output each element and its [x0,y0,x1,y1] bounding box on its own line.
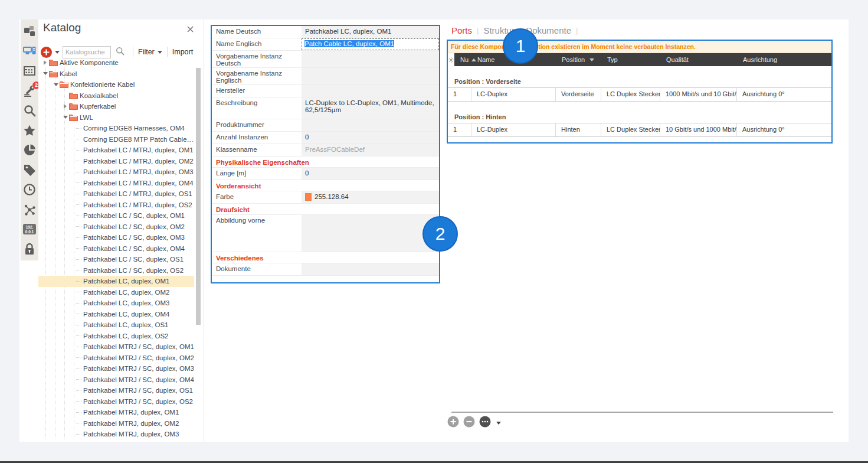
tree-item[interactable]: Patchkabel MTRJ, duplex, OM1 [38,407,194,418]
tag-icon[interactable] [23,164,36,177]
remove-port-button[interactable] [463,416,475,430]
tree-leaf-dash [76,335,81,336]
tree-item[interactable]: Patchkabel LC, duplex, OM1 [38,276,194,287]
tree-item[interactable]: Konfektionierte Kabel [38,79,194,90]
pie-chart-icon[interactable] [23,144,36,156]
tree-item[interactable]: Patchkabel LC / SC, duplex, OS1 [38,254,194,265]
tree-item[interactable]: Patchkabel MTRJ / SC, duplex, OS1 [38,385,194,396]
tree-item[interactable]: Kabel [38,69,194,80]
tree-item[interactable]: Patchkabel MTRJ / SC, duplex, OM4 [38,374,194,386]
tree-expander-icon[interactable] [42,71,48,77]
expand-section-icon[interactable] [216,283,222,283]
table-column-header[interactable]: Ausrichtung [737,56,831,63]
tree-leaf-dash [76,379,81,380]
filter-button[interactable]: Filter [138,48,162,56]
form-section-system[interactable]: System [212,276,439,283]
add-button[interactable] [40,46,53,58]
add-port-button[interactable] [447,416,459,430]
add-dropdown-caret-icon[interactable] [55,51,60,54]
tree-item-label: Patchkabel LC / MTRJ, duplex, OM1 [83,146,194,154]
tree-item[interactable]: Patchkabel LC / MTRJ, duplex, OS1 [38,188,194,200]
tree-leaf-dash [76,237,81,238]
tree-item[interactable]: Patchkabel LC / SC, duplex, OM1 [38,210,194,221]
tree-item[interactable]: Patchkabel MTRJ / SC, duplex, OM2 [38,353,194,364]
tree-item[interactable]: Patchkabel LC / MTRJ, duplex, OS2 [38,200,194,211]
tree-item[interactable]: Patchkabel LC / MTRJ, duplex, OM3 [38,167,194,178]
tree-item[interactable]: Patchkabel MTRJ / SC, duplex, OM1 [38,341,194,353]
ip-management-icon[interactable]: 192.0.0.1 [23,223,36,236]
favorites-star-icon[interactable] [23,124,36,137]
close-icon[interactable] [187,24,194,31]
tree-item[interactable]: Patchkabel LC / MTRJ, duplex, OM2 [38,156,194,167]
table-column-header[interactable]: Qualität [660,56,737,63]
form-field-value[interactable] [302,68,439,84]
form-field-value[interactable] [302,119,439,131]
network-graph-icon[interactable] [23,203,36,216]
history-clock-icon[interactable] [23,183,36,196]
form-field-value[interactable]: 255.128.64 [302,191,439,203]
tree-item[interactable]: Patchkabel LC / SC, duplex, OM4 [38,243,194,255]
tree-expander-icon[interactable] [53,81,59,87]
tree-scrollbar[interactable] [196,68,201,325]
search-input[interactable] [63,46,111,58]
tree-item[interactable]: Patchkabel MTRJ, duplex, OM2 [38,418,194,429]
table-settings-gear-icon[interactable] [448,53,454,66]
tree-item[interactable]: Patchkabel MTRJ / SC, duplex, OS2 [38,396,194,407]
form-field-value[interactable] [302,215,439,252]
column-filter-icon[interactable] [589,58,594,61]
tree-leaf-dash [76,128,81,129]
tree-item[interactable]: Patchkabel LC / SC, duplex, OM2 [38,221,194,233]
tree-item-label: Patchkabel LC, duplex, OM3 [83,299,169,307]
tree-item[interactable]: Aktive Komponente [38,57,194,69]
more-options-button[interactable] [479,416,491,430]
workstation-icon[interactable] [23,45,36,58]
tree-item[interactable]: Patchkabel LC, duplex, OM3 [38,298,194,309]
table-row[interactable]: 1LC-DuplexHintenLC Duplex Stecker10 Gbit… [448,123,831,137]
tree-item[interactable]: Koaxialkabel [38,90,194,102]
folder-icon [49,59,58,66]
form-field-value[interactable] [302,263,439,275]
tree-item[interactable]: Patchkabel LC, duplex, OM4 [38,309,194,320]
tree-item[interactable]: Patchkabel LC / SC, duplex, OM3 [38,232,194,243]
form-field-value[interactable]: LC-Duplex to LC-Duplex, OM1, Multimode, … [302,97,439,119]
tree-item[interactable]: Patchkabel LC, duplex, OM2 [38,287,194,298]
tab-ports[interactable]: Ports [451,25,472,35]
table-column-header[interactable]: Nu [454,56,471,63]
tree-item[interactable]: Patchkabel LC, duplex, OS2 [38,331,194,342]
tree-expander-icon[interactable] [62,93,68,99]
search-icon[interactable] [23,104,36,117]
floorplan-icon[interactable] [23,64,36,77]
tree-item[interactable]: Patchkabel LC / SC, duplex, OS2 [38,265,194,276]
topology-icon[interactable] [23,25,36,38]
tree-item[interactable]: Patchkabel LC, duplex, OS1 [38,319,194,331]
lock-icon[interactable] [23,243,36,256]
form-field-value[interactable]: PreAssFOCableDef [302,144,439,156]
table-column-header[interactable]: Position [556,56,601,63]
import-label: Import [172,48,193,56]
tree-expander-icon[interactable] [62,103,68,109]
table-group-header: Position : Hinten [448,113,831,120]
tree-item[interactable]: Patchkabel MTRJ / SC, duplex, OM3 [38,363,194,374]
tree-item[interactable]: Kupferkabel [38,101,194,112]
tree-expander-icon[interactable] [42,60,48,66]
search-magnifier-icon[interactable] [116,47,125,58]
form-field-value[interactable] [302,85,439,97]
import-button[interactable]: Import [172,48,193,56]
form-field-value[interactable]: 0 [302,132,439,144]
form-field-value[interactable]: 0 [302,168,439,180]
tree-item[interactable]: Patchkabel MTRJ, duplex, OM3 [38,429,194,440]
more-options-caret-icon[interactable] [496,422,501,425]
tree-item[interactable]: Corning EDGE8 Harnesses, OM4 [38,123,194,134]
tree-item-label: Patchkabel LC / SC, duplex, OM4 [83,245,185,252]
table-row[interactable]: 1LC-DuplexVorderseiteLC Duplex Stecker10… [448,87,831,102]
form-field-value[interactable] [302,51,439,67]
tree-item[interactable]: Corning EDGE8 MTP Patch Cable, OM4 [38,134,194,145]
tree-item[interactable]: Patchkabel LC / MTRJ, duplex, OM1 [38,145,194,156]
table-column-header[interactable]: Typ [601,56,660,63]
tree-expander-icon[interactable] [62,115,68,120]
form-field-value[interactable]: Patch Cable LC, duplex, OM1 [302,38,439,50]
tools-icon[interactable]: 2 [23,84,36,97]
tree-item[interactable]: LWL [38,112,194,123]
tree-item[interactable]: Patchkabel LC / MTRJ, duplex, OM4 [38,178,194,189]
form-field-value[interactable]: Patchkabel LC, duplex, OM1 [302,26,439,38]
